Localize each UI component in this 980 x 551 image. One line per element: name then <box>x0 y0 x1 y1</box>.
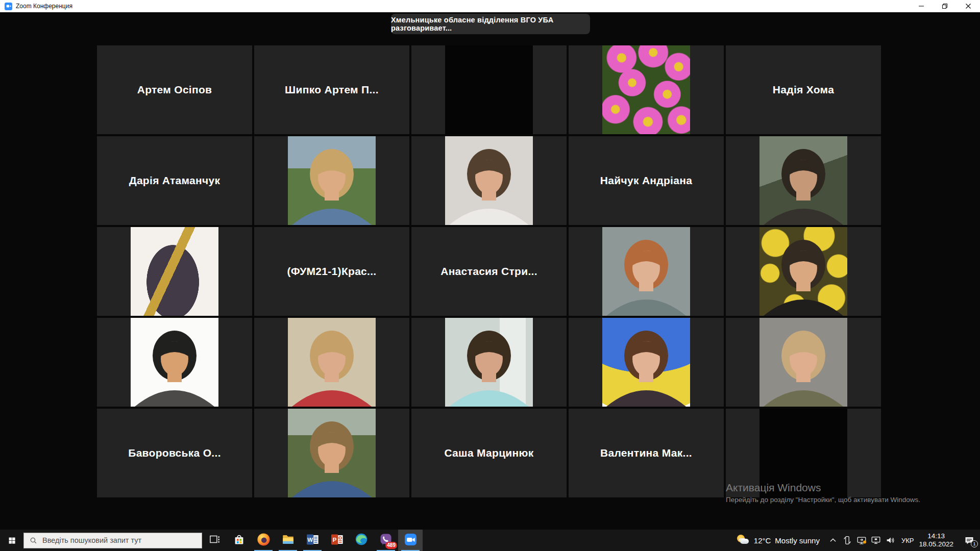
tray-icons <box>826 530 897 551</box>
woman-portrait-light-video <box>445 136 533 225</box>
display-sync-icon[interactable] <box>854 530 869 551</box>
participant-video-tile[interactable] <box>726 136 881 225</box>
search-input[interactable] <box>42 536 197 544</box>
viber-taskbar-button[interactable]: 489 <box>374 530 398 551</box>
volume-icon[interactable] <box>883 530 897 551</box>
zoom-app-icon <box>5 3 12 10</box>
black-video-video <box>760 409 847 497</box>
title-bar: Zoom Конференция <box>0 0 980 12</box>
restore-button[interactable] <box>933 0 957 12</box>
participant-video-tile[interactable] <box>569 45 724 134</box>
minimize-button[interactable] <box>910 0 933 12</box>
participant-name: Надія Хома <box>773 84 834 96</box>
microsoft-store-icon <box>232 533 246 548</box>
participant-video-tile[interactable] <box>726 409 881 497</box>
participant-name-tile[interactable]: Анастасия Стри... <box>411 227 567 316</box>
man-thumbs-up-video <box>288 409 376 497</box>
participant-name-tile[interactable]: (ФУМ21-1)Крас... <box>254 227 409 316</box>
participant-name-tile[interactable]: Шипко Артем П... <box>254 45 409 134</box>
participant-grid: Артем ОсіповШипко Артем П...Надія ХомаДа… <box>97 45 881 497</box>
participant-name: Саша Марцинюк <box>444 447 533 459</box>
anime-trombone-video <box>131 227 218 316</box>
participant-name-tile[interactable]: Надія Хома <box>726 45 881 134</box>
zoom-icon <box>403 532 418 549</box>
participant-name-tile[interactable]: Найчук Андріана <box>569 136 724 225</box>
participant-name: (ФУМ21-1)Крас... <box>287 265 376 278</box>
woman-selfie-gray-video <box>602 227 690 316</box>
chevron-up-icon[interactable] <box>826 530 840 551</box>
participant-name-tile[interactable]: Артем Осіпов <box>97 45 252 134</box>
participant-name: Анастасия Стри... <box>440 265 537 278</box>
participant-video-tile[interactable] <box>254 318 409 407</box>
participant-name-tile[interactable]: Саша Марцинюк <box>411 409 567 497</box>
weather-widget[interactable]: 12°C Mostly sunny <box>737 534 820 547</box>
participant-video-tile[interactable] <box>569 318 724 407</box>
clock[interactable]: 14:13 18.05.2022 <box>919 532 953 548</box>
participant-video-tile[interactable] <box>97 318 252 407</box>
weather-temp: 12°C <box>754 536 771 545</box>
weather-desc: Mostly sunny <box>775 536 820 545</box>
participant-name: Шипко Артем П... <box>285 84 379 96</box>
task-view-taskbar-button[interactable] <box>202 530 227 551</box>
svg-text:P: P <box>332 536 336 542</box>
ethernet-icon[interactable] <box>869 530 883 551</box>
pink-flowers-video <box>602 45 690 134</box>
file-explorer-taskbar-button[interactable] <box>276 530 300 551</box>
phone-link-icon[interactable] <box>840 530 854 551</box>
language-indicator[interactable]: УКР <box>901 537 914 544</box>
start-button[interactable] <box>0 530 23 551</box>
participant-video-tile[interactable] <box>97 227 252 316</box>
tray-time: 14:13 <box>919 532 953 540</box>
window-controls <box>910 0 980 12</box>
participant-video-tile[interactable] <box>411 45 567 134</box>
participant-video-tile[interactable] <box>254 136 409 225</box>
unread-count-badge: 489 <box>385 542 397 549</box>
window-title: Zoom Конференция <box>16 3 72 10</box>
yellow-flowers-video <box>760 227 847 316</box>
woman-olive-top-video <box>760 318 847 407</box>
child-outdoor-video <box>288 136 376 225</box>
participant-video-tile[interactable] <box>726 227 881 316</box>
cartoon-man-cap-video <box>131 318 218 407</box>
active-speaker-text: Хмельницьке обласне відділення ВГО УБА р… <box>391 16 590 32</box>
participant-name: Артем Осіпов <box>137 84 212 96</box>
firefox-taskbar-button[interactable] <box>251 530 276 551</box>
windows-logo-icon <box>8 536 16 545</box>
participant-name-tile[interactable]: Валентина Мак... <box>569 409 724 497</box>
participant-name-tile[interactable]: Дарія Атаманчук <box>97 136 252 225</box>
participant-name-tile[interactable]: Баворовська О... <box>97 409 252 497</box>
file-explorer-icon <box>281 532 296 549</box>
word-taskbar-button[interactable]: W <box>300 530 325 551</box>
participant-name: Баворовська О... <box>128 447 221 459</box>
edge-icon <box>354 532 369 548</box>
ua-flag-art-video <box>602 318 690 407</box>
participant-video-tile[interactable] <box>569 227 724 316</box>
participant-video-tile[interactable] <box>726 318 881 407</box>
system-tray: 12°C Mostly sunny УКР 14:13 18.05.2022 1 <box>737 530 980 551</box>
participant-video-tile[interactable] <box>411 318 567 407</box>
participant-name: Найчук Андріана <box>600 174 692 187</box>
edge-taskbar-button[interactable] <box>349 530 374 551</box>
woman-fountain-video <box>760 136 847 225</box>
tray-date: 18.05.2022 <box>919 540 953 548</box>
powerpoint-taskbar-button[interactable]: P <box>325 530 349 551</box>
firefox-icon <box>256 532 271 549</box>
taskbar-apps: WP489 <box>202 530 423 551</box>
taskbar-search[interactable] <box>23 533 202 548</box>
woman-glasses-teal-video <box>445 318 533 407</box>
participant-name: Валентина Мак... <box>600 447 692 459</box>
black-video-video <box>445 45 533 134</box>
action-center-button[interactable]: 1 <box>959 530 980 551</box>
close-button[interactable] <box>957 0 980 12</box>
taskbar: WP489 12°C Mostly sunny УКР 14:13 18.05.… <box>0 530 980 551</box>
zoom-taskbar-button[interactable] <box>398 530 423 551</box>
active-speaker-banner[interactable]: Хмельницьке обласне відділення ВГО УБА р… <box>391 14 590 34</box>
woman-red-top-video <box>288 318 376 407</box>
search-icon <box>29 536 38 545</box>
sun-cloud-icon <box>737 534 750 547</box>
participant-name: Дарія Атаманчук <box>129 174 220 187</box>
microsoft-store-taskbar-button[interactable] <box>227 530 251 551</box>
powerpoint-icon: P <box>330 532 345 549</box>
participant-video-tile[interactable] <box>254 409 409 497</box>
participant-video-tile[interactable] <box>411 136 567 225</box>
